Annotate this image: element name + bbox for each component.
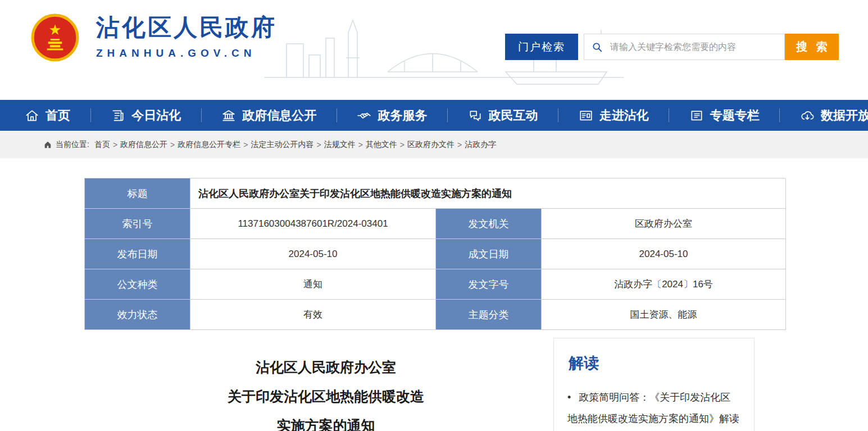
national-emblem-icon <box>31 13 79 62</box>
meta-value-doc-number: 沾政办字〔2024〕16号 <box>542 269 786 300</box>
meta-label-validity: 效力状态 <box>85 300 190 330</box>
breadcrumb-home-icon <box>44 141 52 149</box>
breadcrumb-item[interactable]: 其他文件 <box>366 140 397 150</box>
breadcrumb-separator: > <box>316 140 321 149</box>
interpretation-heading: 解读 <box>569 353 740 373</box>
nav-separator <box>90 108 91 122</box>
breadcrumb-separator: > <box>358 140 363 149</box>
site-header: 沾化区人民政府 ZHANHUA.GOV.CN 门户检索 搜 索 <box>0 0 868 100</box>
document-title-line: 沾化区人民政府办公室 <box>115 352 537 382</box>
content-area: 沾化区人民政府办公室 关于印发沾化区地热能供暖改造 实施方案的通知 解读 •政策… <box>84 338 785 431</box>
article-column: 沾化区人民政府办公室 关于印发沾化区地热能供暖改造 实施方案的通知 <box>84 338 537 431</box>
handshake-icon <box>357 108 371 123</box>
meta-value-index-no: 11371603004387601R/2024-03401 <box>190 209 436 239</box>
search-box <box>584 34 785 60</box>
search-area: 门户检索 搜 索 <box>505 34 839 60</box>
interaction-icon <box>468 108 483 123</box>
search-button[interactable]: 搜 索 <box>785 34 839 60</box>
nav-item-home[interactable]: 首页 <box>10 100 85 131</box>
nav-item-services[interactable]: 政务服务 <box>342 100 442 131</box>
breadcrumb-separator: > <box>243 140 248 149</box>
nav-separator <box>558 108 558 122</box>
meta-value-issuing-org: 区政府办公室 <box>542 209 786 239</box>
nav-separator <box>447 108 448 122</box>
home-icon <box>25 108 39 123</box>
nav-item-interaction[interactable]: 政民互动 <box>453 100 553 131</box>
breadcrumb-item[interactable]: 区政府办文件 <box>407 140 455 150</box>
nav-item-about[interactable]: 走进沾化 <box>564 100 664 131</box>
breadcrumb-item[interactable]: 首页 <box>94 140 110 150</box>
breadcrumb: 当前位置: 首页 > 政府信息公开 > 政府信息公开专栏 > 法定主动公开内容 … <box>0 131 868 158</box>
cloud-download-icon <box>800 108 815 123</box>
meta-label-publish-date: 发布日期 <box>85 239 190 269</box>
interpretation-link[interactable]: •政策简明问答：《关于印发沾化区地热能供暖改造实施方案的通知》解读 <box>567 387 740 429</box>
card-icon <box>579 108 593 123</box>
breadcrumb-separator: > <box>113 140 117 149</box>
main-navigation: 首页 今日沾化 政府信息公开 政务服务 政民互动 <box>0 100 868 131</box>
breadcrumb-prefix: 当前位置: <box>56 140 89 150</box>
meta-value-theme-category: 国土资源、能源 <box>542 300 786 330</box>
breadcrumb-separator: > <box>400 140 405 149</box>
nav-separator <box>201 108 202 122</box>
breadcrumb-separator: > <box>170 140 175 149</box>
site-name: 沾化区人民政府 <box>96 16 277 39</box>
bullet-icon: • <box>567 392 571 403</box>
search-icon <box>591 41 603 53</box>
meta-label-doc-number: 发文字号 <box>436 269 542 300</box>
meta-label-theme-category: 主题分类 <box>436 300 542 330</box>
breadcrumb-item[interactable]: 政府信息公开专栏 <box>178 140 240 150</box>
meta-value-validity: 有效 <box>190 300 436 330</box>
nav-separator <box>669 108 669 122</box>
bank-icon <box>221 108 236 123</box>
portal-search-button[interactable]: 门户检索 <box>505 34 578 60</box>
meta-label-index-no: 索引号 <box>85 209 190 239</box>
nav-separator <box>779 108 780 122</box>
breadcrumb-separator: > <box>457 140 462 149</box>
nav-item-gov-info[interactable]: 政府信息公开 <box>207 100 331 131</box>
search-input[interactable] <box>609 42 778 53</box>
meta-label-title: 标题 <box>85 178 190 209</box>
site-logo[interactable]: 沾化区人民政府 ZHANHUA.GOV.CN <box>31 13 277 62</box>
nav-item-today[interactable]: 今日沾化 <box>96 100 196 131</box>
meta-label-doc-type: 公文种类 <box>85 269 190 300</box>
document-title-line: 实施方案的通知 <box>115 411 537 431</box>
nav-separator <box>337 108 337 122</box>
breadcrumb-item[interactable]: 法定主动公开内容 <box>251 140 313 150</box>
site-domain: ZHANHUA.GOV.CN <box>96 47 277 59</box>
list-icon <box>689 108 704 123</box>
meta-value-title: 沾化区人民政府办公室关于印发沾化区地热能供暖改造实施方案的通知 <box>190 178 786 209</box>
breadcrumb-item[interactable]: 沾政办字 <box>465 140 496 150</box>
nav-item-open-data[interactable]: 数据开放 <box>785 100 868 131</box>
nav-item-topics[interactable]: 专题专栏 <box>675 100 774 131</box>
breadcrumb-item[interactable]: 政府信息公开 <box>120 140 167 150</box>
meta-label-written-date: 成文日期 <box>436 239 542 269</box>
document-title-line: 关于印发沾化区地热能供暖改造 <box>115 382 537 411</box>
meta-value-doc-type: 通知 <box>190 269 436 300</box>
breadcrumb-item[interactable]: 法规文件 <box>324 140 356 150</box>
document-metadata-table: 标题 沾化区人民政府办公室关于印发沾化区地热能供暖改造实施方案的通知 索引号 1… <box>84 178 785 330</box>
news-icon <box>111 108 125 123</box>
meta-value-publish-date: 2024-05-10 <box>190 239 436 269</box>
meta-label-issuing-org: 发文机关 <box>436 209 542 239</box>
interpretation-panel: 解读 •政策简明问答：《关于印发沾化区地热能供暖改造实施方案的通知》解读 <box>553 338 755 431</box>
meta-value-written-date: 2024-05-10 <box>542 239 786 269</box>
